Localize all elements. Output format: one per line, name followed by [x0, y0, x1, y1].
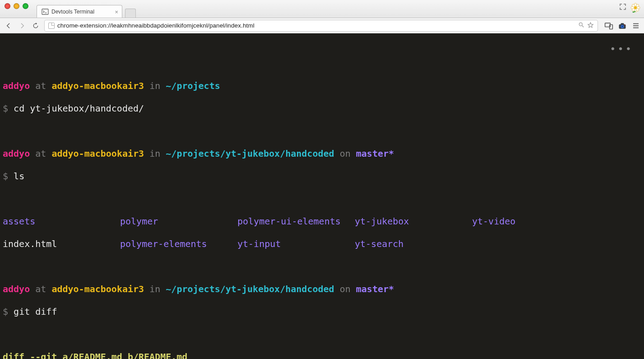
svg-point-2: [634, 6, 637, 9]
svg-point-11: [632, 11, 634, 12]
url-text: chrome-extension://leakmhneaibbdapdoienl…: [57, 22, 575, 29]
ls-output-row: index.htmlpolymer-elementsyt-inputyt-sea…: [3, 238, 641, 250]
tab-close-icon[interactable]: ×: [115, 9, 118, 15]
browser-toolbar: chrome-extension://leakmhneaibbdapdoienl…: [0, 18, 644, 33]
camera-extension-icon[interactable]: [618, 21, 627, 30]
svg-rect-19: [621, 23, 624, 24]
toolbar-right-icons: [602, 21, 640, 30]
diff-header: diff --git a/README.md b/README.md: [3, 351, 641, 359]
svg-point-18: [621, 26, 623, 27]
terminal-viewport[interactable]: ••• addyo at addyo-macbookair3 in ~/proj…: [0, 33, 644, 359]
terminal-favicon-icon: [42, 8, 49, 15]
bookmark-star-icon[interactable]: [587, 22, 594, 30]
nav-back-button[interactable]: [4, 21, 14, 31]
nav-forward-button[interactable]: [17, 21, 27, 31]
new-tab-button[interactable]: [125, 9, 136, 18]
devices-icon[interactable]: [604, 21, 613, 30]
browser-tabstrip: Devtools Terminal ×: [37, 0, 136, 18]
svg-line-13: [582, 26, 584, 28]
command-line: $ cd yt-jukebox/handcoded/: [3, 103, 641, 114]
command-line: $ ls: [3, 171, 641, 182]
url-bar[interactable]: chrome-extension://leakmhneaibbdapdoienl…: [44, 20, 598, 32]
fullscreen-icon[interactable]: [620, 4, 626, 12]
window-close-button[interactable]: [5, 3, 10, 9]
overflow-menu-icon[interactable]: •••: [610, 43, 633, 55]
ls-output-row: assetspolymerpolymer-ui-elementsyt-jukeb…: [3, 216, 641, 227]
command-line: $ git diff: [3, 306, 641, 317]
svg-point-12: [579, 23, 582, 26]
prompt-line: addyo at addyo-macbookair3 in ~/projects…: [3, 148, 641, 159]
prompt-line: addyo at addyo-macbookair3 in ~/projects: [3, 80, 641, 92]
window-zoom-button[interactable]: [23, 3, 28, 9]
page-favicon-icon: [48, 23, 55, 29]
svg-point-20: [625, 24, 625, 25]
chrome-menu-icon[interactable]: [631, 21, 640, 30]
search-in-page-icon[interactable]: [578, 22, 584, 29]
prompt-line: addyo at addyo-macbookair3 in ~/projects…: [3, 284, 641, 295]
window-traffic-lights: [0, 0, 28, 9]
flower-extension-icon[interactable]: [630, 3, 640, 13]
window-titlebar: Devtools Terminal ×: [0, 0, 644, 18]
svg-rect-0: [42, 9, 48, 14]
browser-tab-title: Devtools Terminal: [51, 9, 94, 15]
window-minimize-button[interactable]: [14, 3, 19, 9]
nav-reload-button[interactable]: [31, 21, 41, 31]
browser-tab-active[interactable]: Devtools Terminal ×: [37, 5, 122, 18]
